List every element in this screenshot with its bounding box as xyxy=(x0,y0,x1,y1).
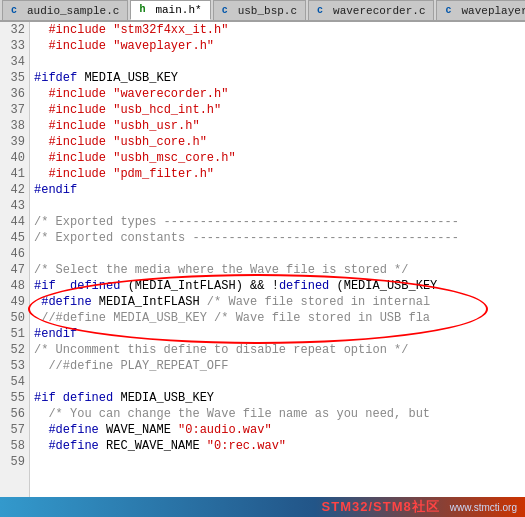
code-line-49: #define MEDIA_IntFLASH /* Wave file stor… xyxy=(34,294,525,310)
code-line-42: #endif xyxy=(34,182,525,198)
code-line-53: //#define PLAY_REPEAT_OFF xyxy=(34,358,525,374)
code-line-36: #include "waverecorder.h" xyxy=(34,86,525,102)
code-line-48: #if defined (MEDIA_IntFLASH) && !defined… xyxy=(34,278,525,294)
c-file-icon-2: c xyxy=(222,5,234,17)
code-line-44: /* Exported types ----------------------… xyxy=(34,214,525,230)
bottom-bar: STM32/STM8社区 www.stmcti.org xyxy=(0,497,525,517)
code-line-45: /* Exported constants ------------------… xyxy=(34,230,525,246)
c-file-icon: c xyxy=(11,5,23,17)
code-line-51: #endif xyxy=(34,326,525,342)
code-line-52: /* Uncomment this define to disable repe… xyxy=(34,342,525,358)
code-line-56: /* You can change the Wave file name as … xyxy=(34,406,525,422)
code-line-34 xyxy=(34,54,525,70)
code-line-55: #if defined MEDIA_USB_KEY xyxy=(34,390,525,406)
code-line-32: #include "stm32f4xx_it.h" xyxy=(34,22,525,38)
line-numbers: 32 33 34 35 36 37 38 39 40 41 42 43 44 4… xyxy=(0,22,30,497)
code-line-43 xyxy=(34,198,525,214)
code-line-57: #define WAVE_NAME "0:audio.wav" xyxy=(34,422,525,438)
tab-main-h[interactable]: h main.h* xyxy=(130,0,210,20)
code-line-59 xyxy=(34,454,525,470)
website-text: www.stmcti.org xyxy=(450,502,517,513)
code-area[interactable]: #include "stm32f4xx_it.h" #include "wave… xyxy=(30,22,525,497)
c-file-icon-3: c xyxy=(317,5,329,17)
code-line-35: #ifdef MEDIA_USB_KEY xyxy=(34,70,525,86)
code-line-58: #define REC_WAVE_NAME "0:rec.wav" xyxy=(34,438,525,454)
code-line-41: #include "pdm_filter.h" xyxy=(34,166,525,182)
code-line-46 xyxy=(34,246,525,262)
code-line-39: #include "usbh_core.h" xyxy=(34,134,525,150)
code-line-33: #include "waveplayer.h" xyxy=(34,38,525,54)
editor: 32 33 34 35 36 37 38 39 40 41 42 43 44 4… xyxy=(0,22,525,497)
tab-bar: c audio_sample.c h main.h* c usb_bsp.c c… xyxy=(0,0,525,22)
code-line-40: #include "usbh_msc_core.h" xyxy=(34,150,525,166)
tab-waverecorder[interactable]: c waverecorder.c xyxy=(308,0,434,20)
code-line-47: /* Select the media where the Wave file … xyxy=(34,262,525,278)
code-line-54 xyxy=(34,374,525,390)
c-file-icon-4: c xyxy=(445,5,457,17)
code-line-37: #include "usb_hcd_int.h" xyxy=(34,102,525,118)
code-line-50: //#define MEDIA_USB_KEY /* Wave file sto… xyxy=(34,310,525,326)
h-file-icon: h xyxy=(139,4,151,16)
tab-waveplayer[interactable]: c waveplayer. xyxy=(436,0,525,20)
code-line-38: #include "usbh_usr.h" xyxy=(34,118,525,134)
brand-text: STM32/STM8社区 xyxy=(322,498,440,516)
tab-audio-sample[interactable]: c audio_sample.c xyxy=(2,0,128,20)
tab-usb-bsp[interactable]: c usb_bsp.c xyxy=(213,0,306,20)
